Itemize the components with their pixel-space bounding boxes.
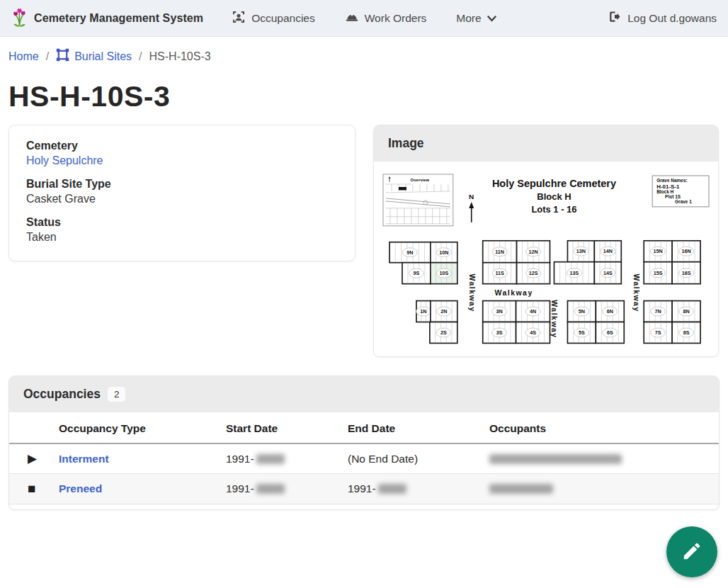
nav-item-occupancies[interactable]: Occupancies [232,6,315,31]
column-header: End Date [342,412,484,443]
navbar: Cemetery Management System Occupancies W… [0,0,728,37]
occupants-cell [484,474,719,504]
occupancies-header: Occupancies 2 [9,376,719,412]
breadcrumb-home-link[interactable]: Home [8,50,39,63]
burial-plot-icon [56,48,69,64]
app-title: Cemetery Management System [34,12,203,25]
nav-item-more[interactable]: More [456,8,496,29]
svg-text:9N: 9N [406,250,413,256]
nav-item-label: Work Orders [365,12,427,25]
logout-label: Log Out d.gowans [627,12,717,25]
logout-button[interactable]: Log Out d.gowans [608,10,717,26]
breadcrumb-separator: / [139,50,142,63]
image-card: Image OverviewNHoly Sepulchre CemeteryBl… [373,125,719,357]
site-map-image[interactable]: OverviewNHoly Sepulchre CemeteryBlock HL… [374,162,718,356]
occupancy-row: ■Preneed1991-1991- [9,474,719,504]
breadcrumb-current: HS-H-10S-3 [149,50,211,63]
svg-text:4N: 4N [530,309,536,315]
svg-text:1N: 1N [420,309,426,315]
svg-text:11S: 11S [495,271,504,276]
occupancy-type-link[interactable]: Interment [59,453,109,465]
stop-icon[interactable]: ■ [15,481,35,497]
svg-text:Overview: Overview [411,178,430,182]
start-date-cell: 1991- [220,474,342,504]
svg-text:5N: 5N [579,309,585,315]
field-value: Taken [26,231,338,244]
image-card-header: Image [374,125,718,162]
svg-text:Walkway: Walkway [468,273,476,312]
svg-text:Walkway: Walkway [632,273,640,312]
svg-text:4S: 4S [530,330,536,336]
svg-text:8N: 8N [683,309,689,315]
svg-text:Plot 1S: Plot 1S [665,194,681,199]
svg-text:6N: 6N [607,309,613,315]
redacted-text [489,484,553,494]
svg-text:Walkway: Walkway [494,289,533,297]
svg-text:5S: 5S [579,330,585,336]
field-status: Status Taken [26,216,338,244]
svg-text:8S: 8S [683,330,690,336]
svg-text:7N: 7N [655,309,661,315]
chevron-down-icon [487,12,496,25]
breadcrumb-separator: / [46,50,49,63]
end-date-cell: 1991- [342,474,484,504]
svg-text:11N: 11N [495,249,504,255]
svg-text:Grave 1: Grave 1 [675,199,692,204]
svg-text:3N: 3N [496,309,503,315]
redacted-text [256,454,285,464]
svg-text:Block H: Block H [656,189,673,194]
svg-text:2S: 2S [440,330,447,336]
column-header-icon [9,412,53,443]
cemetery-link[interactable]: Holy Sepulchre [26,154,103,166]
redacted-text [378,484,406,494]
svg-text:6S: 6S [607,330,613,336]
tulip-logo-icon [11,6,28,30]
cemetery-block-map: OverviewNHoly Sepulchre CemeteryBlock HL… [382,170,710,349]
burial-site-details-card: Cemetery Holy Sepulchre Burial Site Type… [8,125,356,261]
occupant-frame-icon [232,10,246,27]
field-label: Cemetery [26,140,338,152]
svg-text:Walkway: Walkway [550,300,558,338]
nav-item-label: More [456,12,481,25]
page-title: HS-H-10S-3 [8,80,720,113]
field-label: Status [26,216,338,229]
play-icon[interactable]: ▶ [15,451,37,466]
start-date-cell: 1991- [220,443,342,474]
redacted-text [256,484,285,494]
app-brand[interactable]: Cemetery Management System [11,6,203,30]
occupancies-card: Occupancies 2 Occupancy Type Start Date … [8,375,720,510]
svg-text:Grave Names:: Grave Names: [656,178,688,183]
svg-text:2N: 2N [440,309,447,315]
end-date-cell: (No End Date) [342,443,484,474]
nav-item-work-orders[interactable]: Work Orders [345,6,427,31]
occupancy-row: ▶Interment1991-(No End Date) [9,443,719,474]
column-header: Start Date [220,412,342,443]
field-burial-site-type: Burial Site Type Casket Grave [26,178,338,205]
field-cemetery: Cemetery Holy Sepulchre [26,140,338,167]
svg-text:13S: 13S [570,271,579,276]
svg-text:16N: 16N [681,249,690,254]
occupancies-title: Occupancies [23,387,101,402]
svg-text:Block H: Block H [537,191,571,202]
svg-text:14S: 14S [603,271,613,276]
edit-fab-button[interactable] [666,526,717,577]
redacted-text [489,454,622,464]
svg-text:15S: 15S [654,271,663,276]
breadcrumb-burial-sites-link[interactable]: Burial Sites [74,50,132,63]
svg-text:9S: 9S [414,271,420,276]
occupancies-count-badge: 2 [108,387,126,402]
column-header: Occupants [484,412,719,443]
svg-text:14N: 14N [603,249,613,254]
svg-text:10S: 10S [439,271,448,276]
column-header: Occupancy Type [53,412,220,443]
svg-text:Holy Sepulchre Cemetery: Holy Sepulchre Cemetery [492,178,616,189]
field-value: Casket Grave [26,193,338,205]
occupants-cell [484,443,719,474]
nav-item-label: Occupancies [251,12,315,25]
field-label: Burial Site Type [26,178,338,191]
occupancy-type-link[interactable]: Preneed [59,482,102,494]
pencil-icon [681,541,703,564]
svg-text:10N: 10N [439,250,448,256]
svg-text:Lots 1 - 16: Lots 1 - 16 [531,204,576,215]
svg-text:13N: 13N [576,249,586,254]
